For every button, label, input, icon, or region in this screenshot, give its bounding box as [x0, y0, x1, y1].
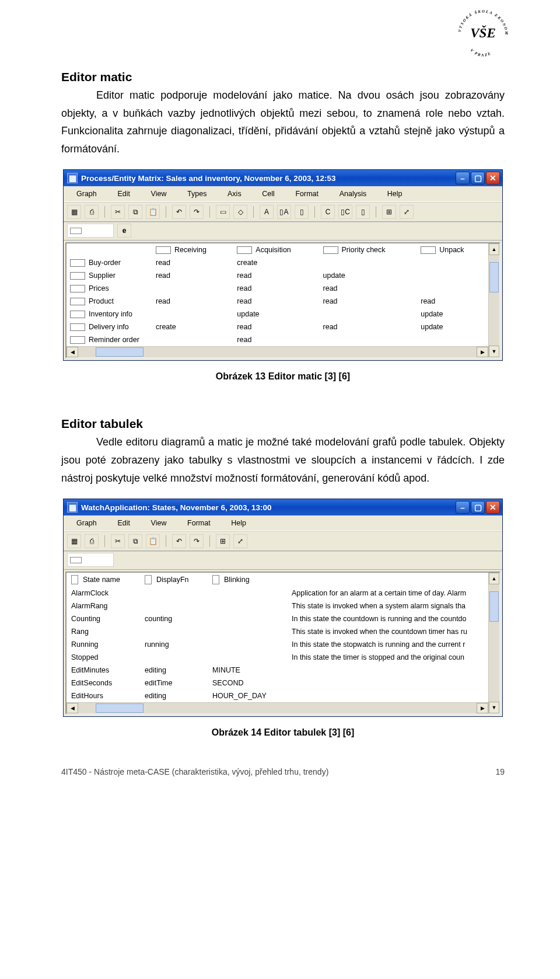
titlebar[interactable]: ▦ WatchApplication: States, November 6, …: [64, 499, 502, 515]
states-cell[interactable]: editing: [140, 664, 208, 677]
states-cell[interactable]: [208, 612, 287, 625]
states-cell[interactable]: Application for an alarm at a certain ti…: [287, 587, 488, 600]
matrix-cell[interactable]: read: [233, 282, 319, 295]
states-cell[interactable]: SECOND: [208, 677, 287, 689]
scroll-up-icon[interactable]: ▲: [489, 243, 499, 255]
table-row[interactable]: EditSecondseditTimeSECOND: [66, 677, 488, 689]
matrix-cell[interactable]: read: [233, 320, 319, 333]
menu-graph[interactable]: Graph: [67, 187, 106, 200]
menu-help[interactable]: Help: [378, 187, 412, 200]
tool-box-a-icon[interactable]: ▯A: [277, 205, 291, 219]
palette-e-button[interactable]: e: [117, 224, 131, 238]
states-cell[interactable]: EditHours: [66, 689, 140, 702]
states-cell[interactable]: AlarmRang: [66, 600, 140, 612]
states-cell[interactable]: [208, 600, 287, 612]
scroll-thumb-v[interactable]: [489, 262, 499, 292]
table-row[interactable]: StoppedIn this state the timer is stoppe…: [66, 651, 488, 664]
states-cell[interactable]: This state is invoked when a system alar…: [287, 600, 488, 612]
table-row[interactable]: CountingcountingIn this state the countd…: [66, 612, 488, 625]
maximize-button[interactable]: ▢: [471, 172, 485, 184]
column-select-icon[interactable]: [145, 575, 152, 584]
matrix-cell[interactable]: [417, 282, 488, 295]
menu-types[interactable]: Types: [178, 187, 216, 200]
matrix-cell[interactable]: [152, 333, 233, 346]
horizontal-scrollbar[interactable]: ◀ ▶: [66, 702, 488, 713]
table-row[interactable]: AlarmRangThis state is invoked when a sy…: [66, 600, 488, 612]
tool-shape2-icon[interactable]: ◇: [233, 205, 247, 219]
tool-paste-icon[interactable]: 📋: [146, 205, 160, 219]
menu-graph[interactable]: Graph: [67, 517, 106, 529]
states-cell[interactable]: [140, 651, 208, 664]
tool-cut-icon[interactable]: ✂: [111, 205, 125, 219]
vertical-scrollbar[interactable]: ▲ ▼: [488, 573, 499, 713]
states-cell[interactable]: This state is invoked when the countdown…: [287, 625, 488, 638]
table-row[interactable]: Pricesreadread: [66, 282, 488, 295]
states-cell[interactable]: MINUTE: [208, 664, 287, 677]
states-cell[interactable]: [140, 587, 208, 600]
states-cell[interactable]: In this state the stopwatch is running a…: [287, 638, 488, 651]
matrix-cell[interactable]: [320, 333, 418, 346]
table-row[interactable]: Reminder orderread: [66, 333, 488, 346]
table-row[interactable]: EditHourseditingHOUR_OF_DAY: [66, 689, 488, 702]
states-cell[interactable]: [208, 651, 287, 664]
table-row[interactable]: Buy-orderreadcreate: [66, 256, 488, 269]
matrix-table[interactable]: Receiving Acquisition Priority check Unp…: [66, 243, 488, 346]
matrix-cell[interactable]: read: [152, 256, 233, 269]
tool-shape1-icon[interactable]: ▭: [216, 205, 230, 219]
menu-help[interactable]: Help: [222, 517, 256, 529]
tool-grid-icon[interactable]: ▦: [67, 534, 81, 548]
states-cell[interactable]: AlarmClock: [66, 587, 140, 600]
scroll-down-icon[interactable]: ▼: [489, 346, 499, 357]
states-cell[interactable]: editTime: [140, 677, 208, 689]
tool-letter-a-icon[interactable]: A: [260, 205, 274, 219]
table-row[interactable]: RangThis state is invoked when the count…: [66, 625, 488, 638]
scroll-thumb-h[interactable]: [96, 703, 144, 713]
menu-format[interactable]: Format: [286, 187, 328, 200]
matrix-cell[interactable]: read: [233, 269, 319, 282]
matrix-cell[interactable]: [320, 256, 418, 269]
horizontal-scrollbar[interactable]: ◀ ▶: [66, 346, 488, 357]
menu-edit[interactable]: Edit: [108, 517, 139, 529]
states-cell[interactable]: running: [140, 638, 208, 651]
tool-print-icon[interactable]: ⎙: [85, 534, 99, 548]
states-cell[interactable]: EditMinutes: [66, 664, 140, 677]
matrix-cell[interactable]: update: [417, 320, 488, 333]
menu-cell[interactable]: Cell: [253, 187, 284, 200]
states-cell[interactable]: [208, 638, 287, 651]
states-cell[interactable]: counting: [140, 612, 208, 625]
states-cell[interactable]: [287, 664, 488, 677]
states-cell[interactable]: [208, 625, 287, 638]
palette-rect-button[interactable]: [67, 553, 114, 567]
tool-cut-icon[interactable]: ✂: [111, 534, 125, 548]
scroll-down-icon[interactable]: ▼: [489, 702, 499, 713]
matrix-cell[interactable]: update: [233, 308, 319, 320]
tool-paste-icon[interactable]: 📋: [146, 534, 160, 548]
states-cell[interactable]: [208, 587, 287, 600]
scroll-left-icon[interactable]: ◀: [66, 703, 78, 713]
matrix-cell[interactable]: read: [320, 295, 418, 308]
palette-rect-button[interactable]: [67, 224, 114, 238]
menu-axis[interactable]: Axis: [218, 187, 251, 200]
column-select-icon[interactable]: [71, 575, 78, 584]
states-cell[interactable]: [287, 689, 488, 702]
matrix-cell[interactable]: [152, 308, 233, 320]
tool-table-icon[interactable]: ⊞: [216, 534, 230, 548]
menu-analysis[interactable]: Analysis: [330, 187, 376, 200]
states-cell[interactable]: Stopped: [66, 651, 140, 664]
matrix-cell[interactable]: create: [233, 256, 319, 269]
states-cell[interactable]: EditSeconds: [66, 677, 140, 689]
states-cell[interactable]: Counting: [66, 612, 140, 625]
tool-copy-icon[interactable]: ⧉: [128, 205, 142, 219]
states-cell[interactable]: [140, 600, 208, 612]
scroll-left-icon[interactable]: ◀: [66, 347, 78, 357]
tool-redo-icon[interactable]: ↷: [190, 205, 204, 219]
states-cell[interactable]: In this state the timer is stopped and t…: [287, 651, 488, 664]
scroll-right-icon[interactable]: ▶: [477, 347, 488, 357]
table-row[interactable]: EditMinuteseditingMINUTE: [66, 664, 488, 677]
tool-expand-icon[interactable]: ⤢: [233, 534, 247, 548]
tool-print-icon[interactable]: ⎙: [85, 205, 99, 219]
tool-box-open2-icon[interactable]: ▯: [356, 205, 370, 219]
matrix-cell[interactable]: [320, 308, 418, 320]
tool-undo-icon[interactable]: ↶: [172, 534, 186, 548]
matrix-cell[interactable]: read: [152, 269, 233, 282]
